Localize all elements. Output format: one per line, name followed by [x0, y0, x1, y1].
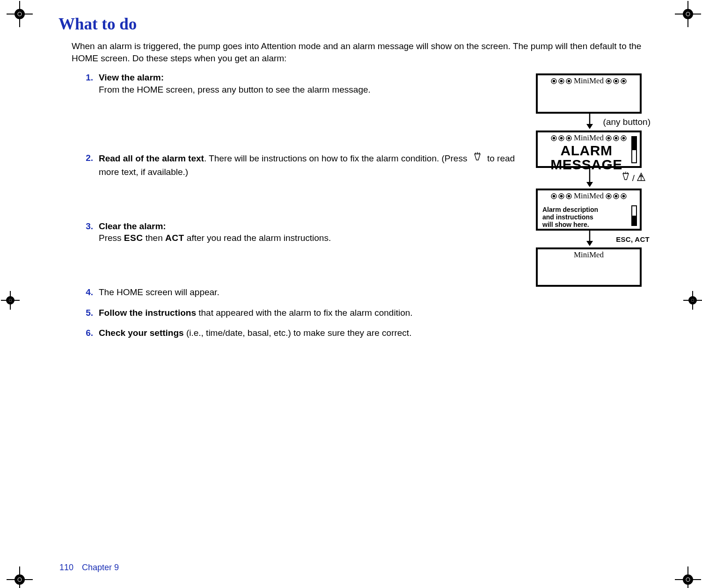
step-3: 3. Clear the alarm: Press ESC then ACT a…	[83, 220, 520, 244]
svg-point-67	[560, 195, 563, 197]
esc-key-label: ESC	[124, 233, 143, 243]
scrollbar-icon	[631, 205, 637, 226]
status-dots-left-icon	[551, 78, 572, 84]
section-title: What to do	[58, 15, 651, 34]
svg-marker-46	[586, 124, 593, 129]
step-text-post: after you read the alarm instructions.	[184, 233, 331, 243]
down-arrow-icon	[585, 114, 594, 130]
desc-line2: and instructions	[542, 214, 628, 221]
status-dots-right-icon	[606, 193, 627, 199]
svg-point-38	[568, 80, 570, 82]
svg-marker-60	[586, 182, 593, 187]
svg-point-44	[622, 80, 625, 82]
step-2: 2. Read all of the alarm text. There wil…	[83, 152, 520, 178]
page-content: What to do When an alarm is triggered, t…	[58, 15, 651, 572]
step-4: 4. The HOME screen will appear.	[83, 286, 520, 298]
svg-point-54	[607, 137, 610, 139]
svg-point-73	[615, 195, 618, 197]
crop-mark-bottom-right	[674, 566, 702, 588]
svg-point-75	[622, 195, 625, 197]
up-button-icon	[636, 172, 647, 185]
svg-point-50	[560, 137, 563, 139]
arrow-esc-act: ESC, ACT	[536, 232, 651, 247]
pump-brand-label: MiniMed	[574, 76, 604, 86]
pump-brand-label: MiniMed	[574, 191, 604, 201]
svg-point-24	[9, 299, 11, 301]
down-arrow-icon	[585, 231, 594, 247]
act-key-label: ACT	[165, 233, 184, 243]
step-bold: Follow the instructions	[99, 308, 196, 318]
step-5: 5. Follow the instructions that appeared…	[83, 307, 520, 319]
svg-point-14	[19, 579, 21, 581]
step-number: 5.	[83, 307, 93, 319]
svg-point-56	[615, 137, 618, 139]
intro-paragraph: When an alarm is triggered, the pump goe…	[72, 40, 651, 64]
down-button-icon	[472, 152, 483, 167]
svg-point-48	[553, 137, 556, 139]
step-bold: Read all of the alarm text	[99, 153, 204, 163]
step-text-pre: Press	[99, 233, 124, 243]
svg-point-69	[568, 195, 570, 197]
arrow-any-button: (any button)	[536, 115, 651, 130]
desc-line3: will show here.	[542, 221, 628, 229]
svg-point-58	[622, 137, 625, 139]
down-button-icon	[620, 172, 631, 185]
page-number: 110	[59, 563, 73, 573]
pump-screens-column: MiniMed (any button) MiniMed ALARM MESSA	[536, 73, 651, 287]
svg-point-34	[553, 80, 556, 82]
arrow-scroll: /	[536, 169, 651, 188]
svg-point-52	[568, 137, 570, 139]
crop-mark-bottom-left	[6, 566, 34, 588]
step-text: . There will be instructions on how to f…	[204, 153, 470, 163]
step-text: (i.e., time/date, basal, etc.) to make s…	[184, 328, 412, 338]
steps-list: 1. View the alarm: From the HOME screen,…	[58, 72, 520, 339]
alarm-text-line1: ALARM	[542, 144, 630, 158]
step-6: 6. Check your settings (i.e., time/date,…	[83, 327, 520, 339]
step-number: 1.	[83, 72, 93, 95]
step-bold: Check your settings	[99, 328, 184, 338]
step-text-mid: then	[143, 233, 165, 243]
page-footer: 110 Chapter 9	[59, 563, 119, 573]
svg-point-29	[692, 299, 694, 301]
step-text: that appeared with the alarm to fix the …	[196, 308, 413, 318]
svg-point-4	[19, 13, 21, 15]
status-dots-right-icon	[606, 78, 627, 84]
crop-mark-mid-left	[0, 290, 21, 311]
status-dots-left-icon	[551, 135, 572, 141]
crop-mark-top-right	[674, 0, 702, 28]
crop-mark-mid-right	[682, 290, 702, 311]
svg-point-36	[560, 80, 563, 82]
svg-point-42	[615, 80, 618, 82]
step-bold: View the alarm:	[99, 73, 164, 82]
svg-point-40	[607, 80, 610, 82]
svg-marker-77	[586, 241, 593, 246]
step-number: 6.	[83, 327, 93, 339]
svg-point-19	[687, 579, 689, 581]
down-arrow-icon	[585, 168, 594, 188]
step-number: 3.	[83, 220, 93, 244]
status-dots-left-icon	[551, 193, 572, 199]
any-button-label: (any button)	[603, 117, 651, 127]
step-number: 4.	[83, 286, 93, 298]
pump-brand-label: MiniMed	[574, 250, 604, 260]
step-bold: Clear the alarm:	[99, 221, 166, 231]
pump-screen-home-2: MiniMed	[536, 247, 642, 287]
svg-point-71	[607, 195, 610, 197]
pump-brand-label: MiniMed	[574, 133, 604, 143]
pump-screen-description: MiniMed Alarm description and instructio…	[536, 189, 642, 231]
svg-point-9	[687, 13, 689, 15]
step-number: 2.	[83, 152, 93, 178]
pump-screen-alarm: MiniMed ALARM MESSAGE	[536, 131, 642, 168]
slash-label: /	[632, 173, 635, 183]
scrollbar-icon	[631, 136, 637, 163]
step-text: From the HOME screen, press any button t…	[99, 85, 371, 94]
esc-act-label: ESC, ACT	[616, 235, 650, 243]
desc-line1: Alarm description	[542, 206, 628, 214]
status-dots-right-icon	[606, 135, 627, 141]
svg-point-65	[553, 195, 556, 197]
step-text: The HOME screen will appear.	[99, 287, 219, 297]
step-1: 1. View the alarm: From the HOME screen,…	[83, 72, 520, 95]
crop-mark-top-left	[6, 0, 34, 28]
pump-screen-home-1: MiniMed	[536, 73, 642, 114]
chapter-label: Chapter 9	[82, 563, 119, 573]
